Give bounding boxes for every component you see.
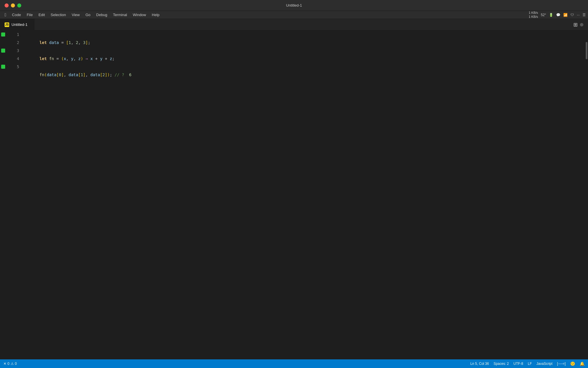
token-let-1: let bbox=[40, 40, 47, 45]
error-count[interactable]: ✕ 0 ⚠ 0 bbox=[3, 362, 17, 366]
js-language-icon: JS bbox=[5, 22, 9, 27]
notification-icon[interactable]: 🔔 bbox=[580, 361, 585, 366]
gutter-markers bbox=[0, 30, 6, 359]
menu-selection[interactable]: Selection bbox=[48, 12, 68, 18]
menu-edit[interactable]: Edit bbox=[36, 12, 47, 18]
battery-icon: 🔋 bbox=[549, 13, 553, 17]
gutter-marker-4 bbox=[0, 55, 6, 63]
menu-help[interactable]: Help bbox=[150, 12, 162, 18]
menu-go[interactable]: Go bbox=[83, 12, 93, 18]
code-line-5: fn(data[0], data[1], data[2]); // ? 6 bbox=[25, 63, 588, 71]
close-button[interactable] bbox=[5, 3, 9, 7]
menu-view[interactable]: View bbox=[69, 12, 82, 18]
gutter-marker-2 bbox=[0, 39, 6, 47]
status-left: ✕ 0 ⚠ 0 bbox=[3, 362, 17, 366]
indent-visual[interactable]: [----=] bbox=[557, 362, 566, 366]
gutter-marker-3 bbox=[0, 47, 6, 55]
gutter-marker-1 bbox=[0, 30, 6, 39]
error-number: 0 bbox=[7, 362, 9, 366]
editor-container: 1 2 3 4 5 let data = [1, 2, 3]; let fn =… bbox=[0, 30, 588, 359]
scrollbar-track[interactable] bbox=[585, 30, 588, 359]
line-number-1: 1 bbox=[17, 30, 19, 39]
green-square-1 bbox=[1, 32, 5, 37]
tab-actions: ⊞ bbox=[573, 22, 588, 28]
line-number-5: 5 bbox=[17, 63, 19, 71]
menu-terminal[interactable]: Terminal bbox=[111, 12, 129, 18]
window-title: Untitled-1 bbox=[286, 3, 302, 7]
dot-indicator bbox=[580, 23, 583, 26]
line-number-3: 3 bbox=[17, 47, 19, 55]
menu-window[interactable]: Window bbox=[131, 12, 148, 18]
wifi-icon: 📶 bbox=[563, 13, 568, 17]
green-square-3 bbox=[1, 49, 5, 53]
split-editor-button[interactable]: ⊞ bbox=[573, 22, 578, 28]
status-right: Ln 5, Col 36 Spaces: 2 UTF-8 LF JavaScri… bbox=[470, 361, 585, 366]
apple-menu[interactable]:  bbox=[2, 12, 9, 18]
network-upload: 1 KB/s 1 KB/s bbox=[529, 11, 538, 18]
encoding[interactable]: UTF-8 bbox=[513, 362, 523, 366]
menu-code[interactable]: Code bbox=[10, 12, 23, 18]
tab-bar: JS Untitled-1 ⊞ bbox=[0, 19, 588, 30]
tab-label: Untitled-1 bbox=[11, 22, 28, 27]
more-icon[interactable]: ··· bbox=[577, 13, 580, 17]
code-area[interactable]: let data = [1, 2, 3]; let fn = (x, y, z)… bbox=[22, 30, 588, 359]
warning-icon: ⚠ bbox=[11, 362, 14, 366]
maximize-button[interactable] bbox=[17, 3, 21, 7]
gutter-marker-5 bbox=[0, 63, 6, 71]
menu-bar:  Code File Edit Selection View Go Debug… bbox=[0, 11, 588, 19]
indentation[interactable]: Spaces: 2 bbox=[494, 362, 509, 366]
editor-tab[interactable]: JS Untitled-1 bbox=[0, 19, 34, 30]
line-number-4: 4 bbox=[17, 55, 19, 63]
smiley-icon[interactable]: 🙂 bbox=[570, 361, 575, 366]
code-line-2 bbox=[25, 39, 588, 47]
wechat-icon: 💬 bbox=[556, 13, 560, 17]
traffic-lights bbox=[0, 3, 21, 7]
line-numbers: 1 2 3 4 5 bbox=[6, 30, 22, 359]
warning-number: 0 bbox=[15, 362, 17, 366]
language-mode[interactable]: JavaScript bbox=[536, 362, 552, 366]
scrollbar-thumb[interactable] bbox=[586, 42, 587, 59]
vpn-icon: 🛡 bbox=[570, 13, 574, 17]
menu-debug[interactable]: Debug bbox=[94, 12, 109, 18]
system-status: 1 KB/s 1 KB/s 52° 🔋 💬 📶 🛡 ··· ☰ bbox=[529, 11, 586, 18]
title-bar: Untitled-1 bbox=[0, 0, 588, 11]
minimize-button[interactable] bbox=[11, 3, 15, 7]
green-square-5 bbox=[1, 65, 5, 69]
code-line-3: let fn = (x, y, z) ⇒ x + y + z; bbox=[25, 47, 588, 55]
error-icon: ✕ bbox=[3, 362, 6, 366]
line-ending[interactable]: LF bbox=[528, 362, 532, 366]
code-line-1: let data = [1, 2, 3]; bbox=[25, 30, 588, 39]
menu-file[interactable]: File bbox=[24, 12, 35, 18]
token-let-3: let bbox=[40, 56, 47, 61]
temperature: 52° bbox=[541, 13, 546, 17]
cursor-position[interactable]: Ln 5, Col 36 bbox=[470, 362, 489, 366]
status-bar: ✕ 0 ⚠ 0 Ln 5, Col 36 Spaces: 2 UTF-8 LF … bbox=[0, 359, 588, 368]
line-number-2: 2 bbox=[17, 39, 19, 47]
list-icon[interactable]: ☰ bbox=[583, 13, 586, 17]
